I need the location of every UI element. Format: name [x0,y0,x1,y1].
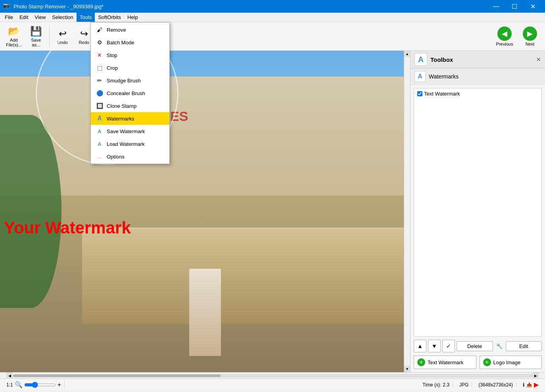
next-label: Next [526,42,535,46]
load-watermark-label: Load Watermark [107,141,145,147]
youtube-icon[interactable]: ▶ [534,381,539,388]
crop-icon: ⬚ [96,64,104,72]
add-files-button[interactable]: 📂 Add File(s)... [3,24,25,49]
watermarks-header: A Watermarks [411,69,545,85]
menu-item-load-watermark[interactable]: A Load Watermark [91,138,169,150]
hscroll-track[interactable] [13,374,532,377]
tools-dropdown-menu: 🖌 Remove ⚙ Batch Mode ✕ Stop ⬚ Crop ✏ Sm… [90,22,170,164]
undo-icon: ↩ [59,28,67,39]
clone-stamp-label: Clone Stamp [107,103,136,109]
previous-label: Previous [496,42,513,46]
scroll-down-arrow[interactable]: ▼ [404,366,411,372]
add-files-icon: 📂 [8,26,20,37]
vertical-scrollbar[interactable]: ▲ ▼ [404,51,410,372]
concealer-brush-label: Concealer Brush [107,90,145,96]
clone-stamp-icon: 🔲 [96,102,104,110]
toolbox-panel: A Toolbox ✕ A Watermarks Text Watermark … [410,51,545,372]
format-section: JPG [456,382,472,388]
info-section: ℹ 📤 ▶ [520,381,542,388]
scroll-right-arrow[interactable]: ▶ [532,373,539,379]
toolbar-right: ◀ Previous ▶ Next [493,24,542,49]
share-icon[interactable]: 📤 [526,382,532,388]
watermark-list-item[interactable]: Text Watermark [416,90,540,98]
tree-left [0,115,61,308]
watermarks-menu-icon: A [96,115,104,122]
toolbox-header: A Toolbox ✕ [411,51,545,69]
load-watermark-icon: A [96,140,104,148]
watermarks-sub-icon: A [415,71,426,82]
zoom-section: 1:1 🔍 + [3,381,65,388]
menu-item-crop[interactable]: ⬚ Crop [91,61,169,74]
edit-button[interactable]: Edit [506,341,542,351]
photo-background: al Plaisance CANNES 8-13 sept. [0,51,410,372]
menu-help[interactable]: Help [124,13,141,22]
menu-softorbits[interactable]: SoftOrbits [95,13,124,22]
menu-item-smudge-brush[interactable]: ✏ Smudge Brush [91,74,169,87]
undo-label: Undo [58,40,68,45]
hscroll-thumb[interactable] [13,375,221,377]
remove-icon: 🖌 [96,26,104,34]
menu-item-batch-mode[interactable]: ⚙ Batch Mode [91,36,169,49]
menu-item-remove[interactable]: 🖌 Remove [91,23,169,36]
add-text-watermark-button[interactable]: + Text Watermark [414,356,476,369]
visibility-button[interactable]: ✓ [442,340,455,352]
canvas-area[interactable]: al Plaisance CANNES 8-13 sept. Your Wate… [0,51,410,372]
toolbox-close-button[interactable]: ✕ [536,56,541,63]
menu-edit[interactable]: Edit [16,13,31,22]
watermark-actions: ▲ ▼ ✓ Delete 🔧 Edit [411,340,545,356]
watermark-checkbox[interactable] [417,91,422,96]
menu-item-stop[interactable]: ✕ Stop [91,49,169,61]
menu-tools[interactable]: Tools [77,13,95,22]
delete-button[interactable]: Delete [457,341,493,351]
remove-label: Remove [107,27,126,33]
horizontal-scrollbar[interactable]: ◀ ▶ [0,372,545,379]
options-icon: … [96,153,104,161]
menu-file[interactable]: File [2,13,16,22]
menu-item-options[interactable]: … Options [91,150,169,163]
next-icon: ▶ [523,27,537,41]
person [189,269,221,356]
app-title: Photo Stamp Remover - _9099389.jpg* [13,4,487,10]
add-logo-image-button[interactable]: + Logo Image [480,356,542,369]
previous-icon: ◀ [497,27,512,41]
scroll-up-arrow[interactable]: ▲ [404,51,411,57]
smudge-brush-icon: ✏ [96,76,104,84]
next-button[interactable]: ▶ Next [518,24,542,49]
zoom-slider[interactable] [24,382,56,388]
menu-item-clone-stamp[interactable]: 🔲 Clone Stamp [91,99,169,112]
image-dimensions: (3648x2736x24) [478,382,513,388]
move-up-button[interactable]: ▲ [414,340,426,352]
menu-item-concealer-brush[interactable]: 🔵 Concealer Brush [91,87,169,99]
steps [82,228,404,324]
info-icon[interactable]: ℹ [523,382,525,388]
add-logo-label: Logo Image [493,359,521,365]
time-label: Time (s): [422,382,441,388]
maximize-button[interactable]: ☐ [505,0,524,13]
menubar: File Edit View Selection Tools SoftOrbit… [0,13,545,22]
toolbox-icon: A [415,53,427,66]
add-logo-icon: + [483,358,491,366]
undo-button[interactable]: ↩ Undo [53,24,73,49]
window-controls: — ☐ ✕ [487,0,542,13]
menu-item-watermarks[interactable]: A Watermarks [91,112,169,125]
close-button[interactable]: ✕ [524,0,542,13]
options-label: Options [107,154,125,160]
move-down-button[interactable]: ▼ [428,340,441,352]
menu-item-save-watermark[interactable]: A Save Watermark [91,125,169,138]
menu-view[interactable]: View [31,13,49,22]
batch-mode-label: Batch Mode [107,40,134,46]
minimize-button[interactable]: — [487,0,505,13]
zoom-icon: 🔍 [15,381,23,388]
watermark-item-label: Text Watermark [424,91,460,97]
scroll-left-arrow[interactable]: ◀ [6,373,13,379]
scroll-track-v[interactable] [404,57,410,366]
toolbar: 📂 Add File(s)... 💾 Save as... ↩ Undo ↪ R… [0,22,545,51]
zoom-level: 1:1 [6,382,13,388]
separator-1 [49,27,50,46]
stop-label: Stop [107,52,117,58]
menu-selection[interactable]: Selection [49,13,76,22]
save-as-icon: 💾 [30,26,42,37]
concealer-brush-icon: 🔵 [96,89,104,97]
save-as-button[interactable]: 💾 Save as... [26,24,46,49]
previous-button[interactable]: ◀ Previous [493,24,516,49]
